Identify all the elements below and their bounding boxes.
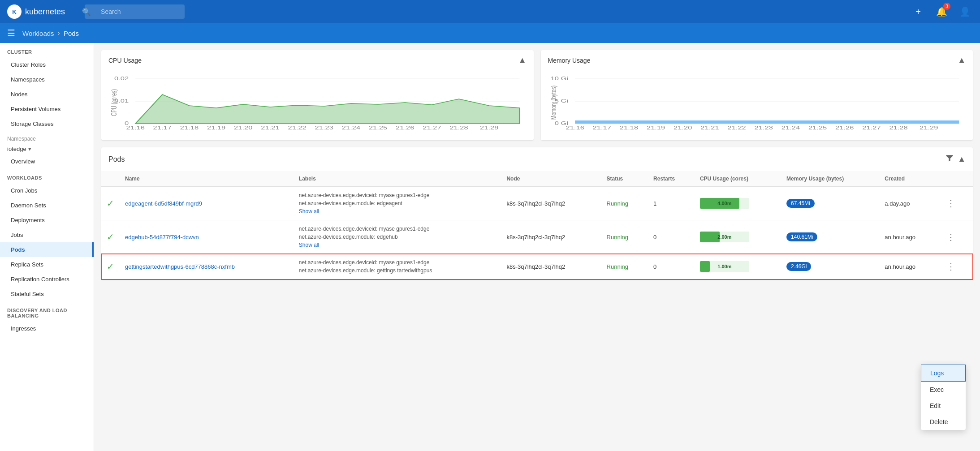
svg-text:21:21: 21:21 <box>700 125 719 130</box>
col-labels: Labels <box>294 171 501 187</box>
search-input[interactable] <box>85 4 185 19</box>
svg-rect-29 <box>575 120 959 124</box>
breadcrumb-separator: › <box>58 29 60 37</box>
svg-text:0.02: 0.02 <box>114 76 129 82</box>
context-menu-exec[interactable]: Exec <box>921 382 966 398</box>
sidebar-item-deployments[interactable]: Deployments <box>0 213 94 228</box>
row-status-cell: Running <box>601 187 648 220</box>
pod-link[interactable]: edgehub-54d877f794-dcwvn <box>125 234 199 241</box>
notifications-button[interactable]: 🔔 3 <box>933 4 950 20</box>
hamburger-menu-button[interactable]: ☰ <box>7 28 15 39</box>
table-row: ✓ edgehub-54d877f794-dcwvn net.azure-dev… <box>101 220 973 254</box>
svg-text:21:20: 21:20 <box>234 125 253 130</box>
col-mem: Memory Usage (bytes) <box>781 171 879 187</box>
svg-text:21:19: 21:19 <box>207 125 226 130</box>
svg-text:21:23: 21:23 <box>754 125 773 130</box>
cpu-chart-area: 0.02 0.01 0 21:16 21:17 21:18 21:19 <box>101 69 534 140</box>
search-wrap: 🔍 <box>78 4 311 19</box>
cpu-bar: 2.00m <box>700 230 749 244</box>
check-icon: ✓ <box>107 262 114 271</box>
sidebar-item-daemon-sets[interactable]: Daemon Sets <box>0 198 94 213</box>
topbar: K kubernetes 🔍 + 🔔 3 👤 <box>0 0 980 23</box>
app-title: kubernetes <box>25 7 65 17</box>
row-node-cell: k8s-3q7lhq2cl-3q7lhq2 <box>501 254 601 279</box>
col-actions <box>939 171 973 187</box>
context-menu-logs[interactable]: Logs <box>921 365 966 382</box>
row-labels-cell: net.azure-devices.edge.deviceid: myase g… <box>294 220 501 254</box>
cpu-collapse-button[interactable]: ▲ <box>518 56 527 65</box>
context-menu-edit[interactable]: Edit <box>921 398 966 414</box>
cpu-bar-bg: 4.00m <box>700 198 749 209</box>
row-status-icon: ✓ <box>101 254 120 279</box>
sidebar-item-pods[interactable]: Pods <box>0 242 94 257</box>
svg-text:21:22: 21:22 <box>288 125 307 130</box>
pods-table-title: Pods <box>108 155 125 163</box>
svg-text:21:24: 21:24 <box>342 125 361 130</box>
svg-text:K: K <box>12 9 17 15</box>
namespace-row: iotedge ▾ <box>0 144 94 154</box>
row-more-cell: ⋮ <box>939 254 973 279</box>
svg-text:21:16: 21:16 <box>566 125 584 130</box>
svg-text:21:18: 21:18 <box>619 125 638 130</box>
more-options-button[interactable]: ⋮ <box>945 259 957 274</box>
sidebar-item-nodes[interactable]: Nodes <box>0 87 94 102</box>
breadcrumb-section[interactable]: Workloads <box>22 30 54 37</box>
filter-button[interactable] <box>945 154 954 165</box>
col-node: Node <box>501 171 601 187</box>
cpu-bar-bg: 1.00m <box>700 261 749 272</box>
sidebar-item-ingresses[interactable]: Ingresses <box>0 321 94 336</box>
add-button[interactable]: + <box>910 4 926 20</box>
context-menu-delete[interactable]: Delete <box>921 414 966 430</box>
user-avatar-button[interactable]: 👤 <box>957 4 973 20</box>
sidebar-item-persistent-volumes[interactable]: Persistent Volumes <box>0 102 94 116</box>
pod-link[interactable]: gettingstartedwithgpus-6cd778868c-nxfmb <box>125 263 235 270</box>
svg-text:21:28: 21:28 <box>889 125 908 130</box>
search-icon: 🔍 <box>82 8 91 16</box>
col-cpu: CPU Usage (cores) <box>695 171 781 187</box>
pods-table: Name Labels Node Status Restarts CPU Usa… <box>101 171 973 279</box>
sidebar-item-jobs[interactable]: Jobs <box>0 228 94 242</box>
label-line: net.azure-devices.edge.module: edgeagent <box>299 199 496 207</box>
show-all-link[interactable]: Show all <box>299 242 319 248</box>
sidebar-item-replica-sets[interactable]: Replica Sets <box>0 257 94 272</box>
sidebar-item-replication-controllers[interactable]: Replication Controllers <box>0 272 94 287</box>
sidebar-item-storage-classes[interactable]: Storage Classes <box>0 116 94 131</box>
row-node-cell: k8s-3q7lhq2cl-3q7lhq2 <box>501 220 601 254</box>
svg-text:21:27: 21:27 <box>423 125 441 130</box>
svg-text:10 Gi: 10 Gi <box>550 76 568 82</box>
memory-collapse-button[interactable]: ▲ <box>958 56 966 65</box>
sidebar: Cluster Cluster Roles Namespaces Nodes P… <box>0 43 94 451</box>
pods-table-head: Name Labels Node Status Restarts CPU Usa… <box>101 171 973 187</box>
pods-card: Pods ▲ Name Labels Node Status <box>101 147 973 279</box>
cpu-chart-title: CPU Usage <box>108 57 142 64</box>
cpu-bar: 4.00m <box>700 196 749 210</box>
col-name <box>101 171 120 187</box>
svg-text:21:17: 21:17 <box>153 125 172 130</box>
sidebar-item-namespaces[interactable]: Namespaces <box>0 72 94 87</box>
sidebar-item-overview[interactable]: Overview <box>0 154 94 169</box>
more-options-button[interactable]: ⋮ <box>945 196 957 210</box>
svg-text:21:29: 21:29 <box>920 125 938 130</box>
row-status-cell: Running <box>601 254 648 279</box>
breadcrumb-bar: ☰ Workloads › Pods <box>0 23 980 43</box>
pod-link[interactable]: edgeagent-6d5df849bf-mgrd9 <box>125 200 202 207</box>
sidebar-item-stateful-sets[interactable]: Stateful Sets <box>0 287 94 301</box>
label-line: net.azure-devices.edge.deviceid: myase g… <box>299 225 496 233</box>
svg-text:21:26: 21:26 <box>396 125 414 130</box>
sidebar-item-cron-jobs[interactable]: Cron Jobs <box>0 183 94 198</box>
row-more-cell: ⋮ <box>939 187 973 220</box>
topbar-actions: + 🔔 3 👤 <box>910 4 973 20</box>
chevron-down-icon: ▾ <box>28 146 31 152</box>
svg-text:21:23: 21:23 <box>315 125 334 130</box>
row-mem-cell: 140.61Mi <box>781 220 879 254</box>
pods-collapse-button[interactable]: ▲ <box>958 155 966 164</box>
show-all-link[interactable]: Show all <box>299 208 319 215</box>
row-name-cell: edgeagent-6d5df849bf-mgrd9 <box>120 187 294 220</box>
notification-badge: 3 <box>943 3 950 10</box>
sidebar-item-cluster-roles[interactable]: Cluster Roles <box>0 57 94 72</box>
label-line: net.azure-devices.edge.deviceid: myase g… <box>299 191 496 199</box>
more-options-button[interactable]: ⋮ <box>945 230 957 244</box>
discovery-section-title: Discovery and Load Balancing <box>0 301 94 321</box>
svg-text:21:28: 21:28 <box>449 125 468 130</box>
cpu-bar-bg: 2.00m <box>700 232 749 242</box>
